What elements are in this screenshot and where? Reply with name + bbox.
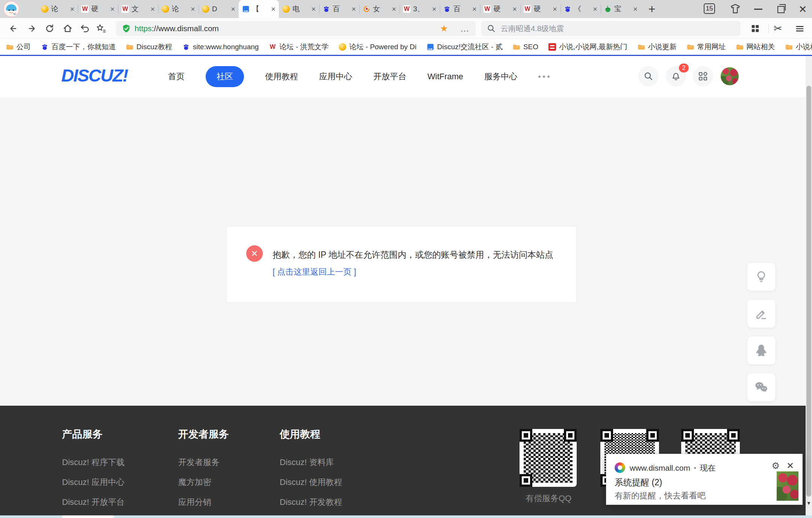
- browser-tab[interactable]: 《 ×: [561, 0, 601, 18]
- bookmark-item[interactable]: 常用网址: [687, 42, 726, 52]
- tab-close-icon[interactable]: ×: [191, 5, 195, 13]
- bookmark-item[interactable]: 百度一下，你就知道: [41, 42, 116, 52]
- browser-tab[interactable]: 文 ×: [118, 0, 158, 18]
- browser-tab[interactable]: 论 ×: [158, 0, 198, 18]
- nav-item-tutorials[interactable]: 使用教程: [265, 71, 298, 82]
- tab-close-icon[interactable]: ×: [472, 5, 477, 13]
- address-more-icon[interactable]: …: [460, 27, 470, 30]
- tab-close-icon[interactable]: ×: [512, 5, 517, 13]
- bookmark-item[interactable]: 论坛 - 洪荒文学: [269, 42, 329, 52]
- nav-item-open-platform[interactable]: 开放平台: [373, 71, 406, 82]
- footer-link[interactable]: 开发者服务: [178, 457, 229, 468]
- go-back-link[interactable]: [ 点击这里返回上一页 ]: [273, 266, 356, 278]
- browser-assistant-icon[interactable]: [3, 1, 20, 17]
- forward-icon[interactable]: [26, 23, 37, 34]
- bookmark-item[interactable]: Discuz!交流社区 - 贰: [427, 42, 503, 52]
- apps-grid-icon[interactable]: [750, 24, 760, 33]
- screenshot-scissors-icon[interactable]: ✂: [774, 23, 782, 35]
- bookmark-item[interactable]: SEO: [513, 43, 538, 51]
- notification-close-icon[interactable]: ✕: [786, 461, 794, 471]
- menu-icon[interactable]: [795, 24, 805, 34]
- browser-tab[interactable]: 硬 ×: [78, 0, 118, 18]
- browser-tab[interactable]: 宝 ×: [601, 0, 641, 18]
- tab-close-icon[interactable]: ×: [70, 5, 74, 13]
- compose-button[interactable]: [747, 300, 775, 328]
- browser-tab-active[interactable]: 【 ×: [239, 0, 279, 18]
- minimize-button[interactable]: [754, 9, 762, 10]
- footer-link[interactable]: Discuz! 程序下载: [62, 457, 124, 468]
- tab-title: 百: [333, 4, 349, 14]
- tab-close-icon[interactable]: ×: [432, 5, 436, 13]
- site-search-button[interactable]: [638, 66, 659, 86]
- nav-more-icon[interactable]: [538, 76, 550, 78]
- bookmark-item[interactable]: 公司: [6, 42, 31, 52]
- browser-tab[interactable]: 百 ×: [319, 0, 359, 18]
- footer-link[interactable]: 魔方加密: [178, 477, 229, 488]
- bookmark-item[interactable]: 网站相关: [736, 42, 775, 52]
- bookmark-item[interactable]: 小说,小说网,最新热门: [548, 42, 627, 52]
- wechat-contact-button[interactable]: [747, 373, 775, 401]
- nav-item-service-center[interactable]: 服务中心: [484, 71, 517, 82]
- new-tab-button[interactable]: +: [641, 0, 663, 18]
- window-close-button[interactable]: ✕: [798, 3, 807, 15]
- home-icon[interactable]: [62, 23, 73, 34]
- nav-item-witframe[interactable]: WitFrame: [427, 72, 463, 82]
- nav-item-community-active[interactable]: 社区: [206, 66, 244, 87]
- footer-link[interactable]: Discuz! 应用中心: [62, 477, 124, 488]
- browser-tab[interactable]: 硬 ×: [520, 0, 561, 18]
- browser-tab[interactable]: 3、 ×: [400, 0, 440, 18]
- tab-close-icon[interactable]: ×: [553, 5, 557, 13]
- bookmark-item[interactable]: site:www.honghuang: [182, 43, 259, 51]
- undo-closed-tab-icon[interactable]: [80, 23, 90, 34]
- feedback-bulb-button[interactable]: [747, 263, 775, 291]
- bookmark-item[interactable]: 小说相关: [785, 42, 812, 52]
- bookmark-item[interactable]: Discuz教程: [126, 42, 172, 52]
- tab-close-icon[interactable]: ×: [150, 5, 155, 13]
- tab-close-icon[interactable]: ×: [392, 5, 396, 13]
- back-icon[interactable]: [8, 23, 19, 34]
- tab-count-badge[interactable]: 15: [704, 3, 715, 14]
- theme-skin-icon[interactable]: [729, 3, 741, 15]
- user-avatar[interactable]: [721, 67, 739, 85]
- tab-close-icon[interactable]: ×: [633, 5, 638, 13]
- browser-tab[interactable]: 论 ×: [38, 0, 78, 18]
- tab-close-icon[interactable]: ×: [311, 5, 316, 13]
- bookmark-star-icon[interactable]: ★: [440, 23, 448, 34]
- browser-tab[interactable]: 电 ×: [279, 0, 319, 18]
- bookmark-item[interactable]: 论坛 - Powered by Di: [339, 42, 416, 52]
- discuz-logo[interactable]: DISCUZ!: [61, 65, 128, 86]
- footer-link[interactable]: 应用分销: [178, 497, 229, 508]
- browser-search-box[interactable]: 云南昭通4.8级地震: [481, 21, 741, 36]
- tab-close-icon[interactable]: ×: [110, 5, 115, 13]
- qq-contact-button[interactable]: [747, 337, 775, 364]
- site-apps-button[interactable]: [693, 66, 713, 86]
- web-notification-popup[interactable]: www.dismall.com • 现在 ⚙ ✕ 系统提醒 (2) 有新的提醒，…: [606, 454, 803, 505]
- scrollbar-thumb[interactable]: [806, 86, 811, 497]
- scrollbar-down-arrow[interactable]: ▼: [806, 500, 812, 506]
- address-bar[interactable]: https://www.dismall.com ★ …: [116, 21, 476, 36]
- footer-link[interactable]: Discuz! 资料库: [280, 457, 342, 468]
- footer-link[interactable]: Discuz! 开放平台: [62, 497, 124, 508]
- refresh-icon[interactable]: [44, 23, 55, 34]
- nav-item-app-center[interactable]: 应用中心: [319, 71, 352, 82]
- browser-tab[interactable]: 百 ×: [440, 0, 480, 18]
- nav-item-home[interactable]: 首页: [168, 71, 185, 82]
- favorites-list-icon[interactable]: [95, 23, 106, 34]
- browser-tab[interactable]: D ×: [198, 0, 239, 18]
- qr-code-service-qq: [520, 429, 577, 487]
- tab-title: 宝: [614, 4, 630, 14]
- search-icon: [643, 71, 654, 82]
- tab-close-icon[interactable]: ×: [231, 5, 235, 13]
- footer-link[interactable]: Discuz! 使用教程: [280, 477, 342, 488]
- security-shield-icon[interactable]: [122, 24, 131, 33]
- tab-close-icon[interactable]: ×: [271, 5, 276, 13]
- bookmark-item[interactable]: 小说更新: [638, 42, 677, 52]
- notification-settings-gear-icon[interactable]: ⚙: [771, 461, 780, 471]
- restore-button[interactable]: [777, 6, 785, 13]
- tab-close-icon[interactable]: ×: [593, 5, 597, 13]
- baidu-icon: [41, 43, 48, 51]
- browser-tab[interactable]: 硬 ×: [480, 0, 520, 18]
- browser-tab[interactable]: 女 ×: [359, 0, 400, 18]
- tab-close-icon[interactable]: ×: [351, 5, 356, 13]
- footer-link[interactable]: Discuz! 开发教程: [280, 497, 342, 508]
